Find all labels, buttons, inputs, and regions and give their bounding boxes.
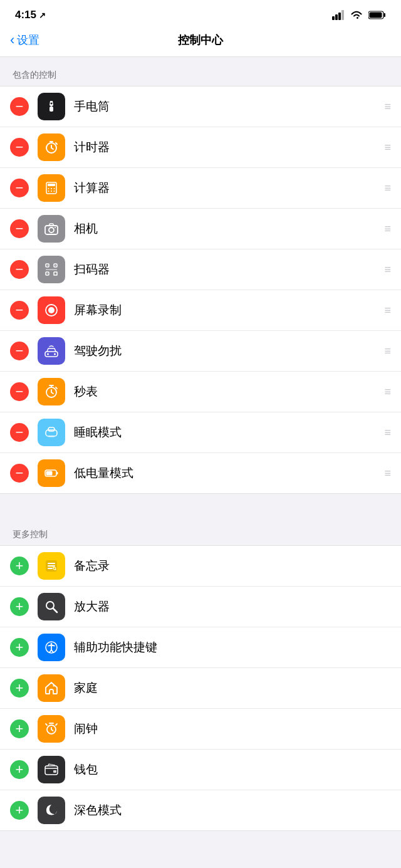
remove-dnd-drive-button[interactable]: −	[10, 342, 29, 360]
svg-rect-39	[56, 472, 58, 474]
list-item: − 计时器 ≡	[0, 127, 401, 168]
calculator-label: 计算器	[74, 180, 379, 196]
chevron-left-icon: ‹	[10, 33, 14, 47]
wallet-icon	[38, 756, 65, 783]
list-item: − 手电筒 ≡	[0, 86, 401, 127]
calculator-icon	[38, 174, 65, 202]
list-item: + 备忘录	[0, 546, 401, 587]
list-item: − 低电量模式 ≡	[0, 453, 401, 493]
magnifier-label: 放大器	[74, 599, 391, 615]
camera-icon	[38, 215, 65, 243]
magnifier-icon	[38, 593, 65, 620]
add-magnifier-button[interactable]: +	[10, 597, 29, 616]
drag-handle-icon[interactable]: ≡	[379, 263, 391, 276]
svg-point-14	[51, 188, 52, 189]
add-notes-button[interactable]: +	[10, 557, 29, 575]
add-alarm-button[interactable]: +	[10, 719, 29, 738]
svg-rect-6	[370, 13, 382, 18]
signal-icon	[332, 10, 345, 20]
drag-handle-icon[interactable]: ≡	[379, 426, 391, 439]
notes-label: 备忘录	[74, 558, 391, 574]
remove-calculator-button[interactable]: −	[10, 179, 29, 197]
list-item: − 睡眠模式 ≡	[0, 412, 401, 453]
scanner-label: 扫码器	[74, 261, 379, 278]
remove-scanner-button[interactable]: −	[10, 260, 29, 279]
alarm-label: 闹钟	[74, 721, 391, 737]
svg-point-46	[53, 685, 55, 687]
scanner-icon	[38, 256, 65, 283]
svg-point-33	[54, 353, 56, 355]
svg-point-21	[55, 227, 56, 228]
list-item: + 钱包	[0, 750, 401, 790]
remove-stopwatch-button[interactable]: −	[10, 382, 29, 401]
sleep-label: 睡眠模式	[74, 424, 379, 441]
list-item: + 深色模式	[0, 790, 401, 830]
page-title: 控制中心	[178, 33, 223, 48]
svg-rect-49	[53, 770, 56, 773]
svg-rect-3	[341, 10, 344, 20]
remove-lowpower-button[interactable]: −	[10, 464, 29, 483]
list-item: + 辅助功能快捷键	[0, 627, 401, 668]
svg-point-45	[51, 643, 53, 645]
status-icons	[332, 10, 386, 20]
back-label: 设置	[17, 33, 39, 48]
dnd-drive-label: 驾驶勿扰	[74, 343, 379, 359]
camera-label: 相机	[74, 221, 379, 237]
drag-handle-icon[interactable]: ≡	[379, 100, 391, 113]
screenrecord-label: 屏幕录制	[74, 302, 379, 318]
drag-handle-icon[interactable]: ≡	[379, 182, 391, 195]
svg-rect-7	[49, 107, 53, 112]
svg-rect-36	[48, 427, 55, 431]
drag-handle-icon[interactable]: ≡	[379, 141, 391, 154]
add-wallet-button[interactable]: +	[10, 760, 29, 779]
darkmode-label: 深色模式	[74, 802, 391, 818]
drag-handle-icon[interactable]: ≡	[379, 222, 391, 236]
timer-label: 计时器	[74, 139, 379, 155]
screenrecord-icon	[38, 296, 65, 324]
add-home-button[interactable]: +	[10, 679, 29, 698]
svg-rect-26	[55, 265, 56, 266]
home-label: 家庭	[74, 680, 391, 696]
add-darkmode-button[interactable]: +	[10, 801, 29, 820]
flashlight-icon	[38, 93, 65, 120]
more-controls-list: + 备忘录 + 放大器 +	[0, 545, 401, 831]
svg-rect-5	[384, 13, 386, 17]
included-controls-list: − 手电筒 ≡ − 计时器 ≡ −	[0, 86, 401, 494]
svg-point-20	[49, 227, 54, 233]
remove-camera-button[interactable]: −	[10, 219, 29, 238]
svg-rect-2	[338, 13, 341, 20]
back-button[interactable]: ‹ 设置	[10, 33, 39, 48]
svg-point-8	[51, 103, 53, 105]
location-arrow-icon: ↗	[39, 11, 46, 20]
svg-point-13	[48, 188, 49, 189]
alarm-icon	[38, 715, 65, 743]
notes-icon	[38, 552, 65, 580]
remove-screenrecord-button[interactable]: −	[10, 301, 29, 320]
svg-rect-28	[46, 269, 57, 271]
drag-handle-icon[interactable]: ≡	[379, 385, 391, 399]
drag-handle-icon[interactable]: ≡	[379, 345, 391, 358]
svg-point-42	[53, 567, 56, 570]
list-item: + 家庭	[0, 668, 401, 709]
add-accessibility-button[interactable]: +	[10, 638, 29, 657]
flashlight-label: 手电筒	[74, 98, 379, 115]
remove-flashlight-button[interactable]: −	[10, 97, 29, 116]
wallet-label: 钱包	[74, 761, 391, 778]
section-gap	[0, 494, 401, 516]
sleep-icon	[38, 419, 65, 446]
svg-rect-0	[332, 16, 335, 20]
list-item: − 秒表 ≡	[0, 372, 401, 412]
remove-timer-button[interactable]: −	[10, 138, 29, 157]
dnd-drive-icon	[38, 337, 65, 365]
remove-sleep-button[interactable]: −	[10, 423, 29, 442]
svg-point-18	[54, 191, 55, 192]
list-item: − 屏幕录制 ≡	[0, 290, 401, 331]
drag-handle-icon[interactable]: ≡	[379, 304, 391, 317]
drag-handle-icon[interactable]: ≡	[379, 467, 391, 480]
timer-icon	[38, 133, 65, 161]
svg-point-17	[51, 191, 52, 192]
accessibility-icon	[38, 634, 65, 661]
svg-rect-27	[47, 273, 48, 274]
svg-point-30	[48, 307, 55, 313]
stopwatch-label: 秒表	[74, 384, 379, 400]
